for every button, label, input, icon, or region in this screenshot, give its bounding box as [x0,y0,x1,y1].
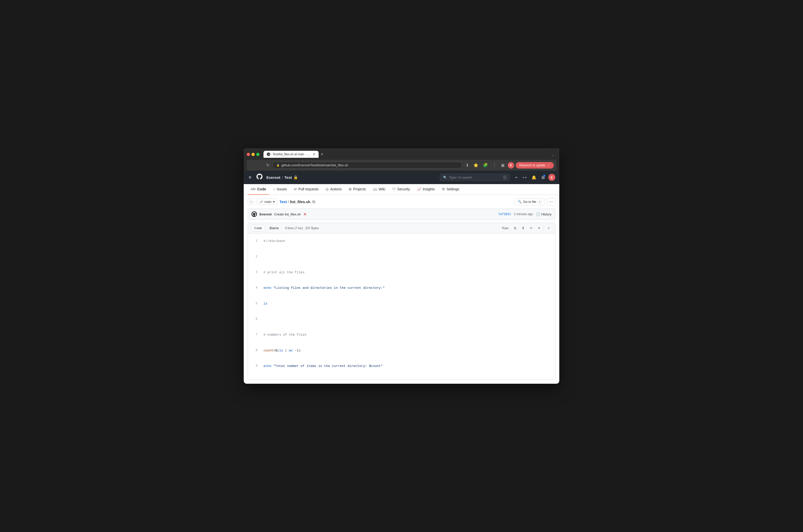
code-line-4: 4 echo "Listing files and directories in… [248,286,555,291]
insights-nav-icon: 📈 [417,187,421,191]
copy-code-button[interactable]: ⧉ [512,225,518,231]
github-header: ≡ Everoot / Test 🔒 🔍 Type / to search / … [244,171,559,184]
back-button[interactable]: ← [249,162,255,168]
bookmark-button[interactable]: ⭐ [472,162,480,168]
github-search[interactable]: 🔍 Type / to search / [440,174,510,181]
create-new-button[interactable]: + ▾ [521,175,528,180]
expand-button[interactable]: ⤢ [545,225,552,231]
more-options-button[interactable]: ⋯ [547,198,555,206]
line-code-7: # numbers of the files [261,332,555,338]
notification-dot [543,175,545,176]
commit-author-name[interactable]: Everoot [260,212,271,216]
issues-nav-icon: ○ [273,187,275,191]
file-path-repo[interactable]: Test [280,200,287,204]
extensions-button[interactable]: 🧩 [481,162,490,168]
nav-wiki[interactable]: 📖 Wiki [370,184,388,195]
new-tab-button[interactable]: + [319,152,326,157]
branch-selector[interactable]: ⎇ main ▾ [256,198,277,205]
history-button[interactable]: 🕐 History [536,212,552,216]
forward-button[interactable]: → [257,162,263,168]
browser-chrome: gh Test/list_files.sh at main · Eve… ✕ +… [244,148,559,171]
nav-settings[interactable]: ⚙ Settings [439,184,462,195]
relaunch-button[interactable]: Relaunch to update ⋮ [516,162,554,169]
pr-nav-icon: ⇄ [294,187,297,191]
file-path-sep: / [288,200,289,204]
inbox-button[interactable]: ⊞ [540,174,546,181]
close-traffic-light[interactable] [247,153,250,156]
file-info: 9 lines (7 loc) · 207 Bytes [285,226,319,230]
raw-button[interactable]: Raw [500,225,511,231]
user-avatar[interactable]: E [548,174,555,181]
file-header: □ ⎇ main ▾ Test / list_files.sh ⧉ 🔍 Go t… [244,195,559,209]
nav-code[interactable]: </> Code [248,184,269,195]
line-code-8: count=$(ls | wc -l) [261,348,555,354]
tab-dropdown-button[interactable]: ⌄ [550,153,556,157]
tab-close-button[interactable]: ✕ [312,153,316,156]
commit-close-button[interactable]: ✕ [303,212,307,217]
lock-badge: 🔒 [293,175,298,179]
code-line-9: 9 echo "Total number of items in the cur… [248,364,555,369]
github-page: ≡ Everoot / Test 🔒 🔍 Type / to search / … [244,171,559,379]
code-line-8: 8 count=$(ls | wc -l) [248,348,555,354]
edit-dropdown-button[interactable]: ▾ [536,225,542,231]
minimize-traffic-light[interactable] [251,153,255,156]
search-icon: 🔍 [443,175,447,179]
nav-pull-requests[interactable]: ⇄ Pull requests [291,184,322,195]
line-number-7[interactable]: 7 [248,332,261,337]
refresh-button[interactable]: ↻ [265,162,270,168]
line-number-9[interactable]: 9 [248,364,261,368]
tab-title: Test/list_files.sh at main · Eve… [272,153,310,156]
nav-issues[interactable]: ○ Issues [270,184,290,195]
line-number-4[interactable]: 4 [248,286,261,290]
copy-path-button[interactable]: ⧉ [312,200,315,204]
nav-security[interactable]: 🛡 Security [389,184,413,195]
download-button[interactable]: ⬇ [520,225,527,231]
blame-tab-button[interactable]: Blame [266,225,282,231]
browser-menu-button[interactable]: ⋮ [491,162,498,168]
line-number-5[interactable]: 5 [248,301,261,306]
line-code-1: #!/bin/bash [261,239,555,244]
code-tab-button[interactable]: Code [251,225,265,231]
address-bar[interactable]: 🔒 github.com/Everoot/Test/blob/main/list… [272,162,462,169]
code-line-2: 2 [248,254,555,260]
line-code-4: echo "Listing files and directories in t… [261,286,555,291]
branch-icon: ⎇ [259,200,263,204]
lock-icon: 🔒 [276,164,280,167]
profile-button[interactable]: E [508,162,514,169]
search-placeholder-text: Type / to search [449,175,472,179]
history-label: History [541,212,552,216]
nav-projects[interactable]: ⊞ Projects [346,184,369,195]
line-number-1[interactable]: 1 [248,239,261,244]
commit-bar: Everoot Create list_files.sh ✕ 7ef3031 2… [248,209,555,220]
action-divider [543,226,544,231]
terminal-button[interactable]: ⌨ [514,175,519,180]
maximize-traffic-light[interactable] [256,153,260,156]
github-logo[interactable] [256,174,263,181]
commit-message: Create list_files.sh [274,212,301,216]
code-line-1: 1 #!/bin/bash [248,239,555,244]
line-number-6[interactable]: 6 [248,317,261,322]
repo-link[interactable]: Test [285,175,292,179]
download-page-button[interactable]: ⬇ [464,162,471,168]
line-number-2[interactable]: 2 [248,254,261,259]
line-number-3[interactable]: 3 [248,270,261,275]
browser-titlebar: gh Test/list_files.sh at main · Eve… ✕ +… [247,151,556,158]
notifications-button[interactable]: 🔔 [530,174,538,181]
go-to-file-button[interactable]: 🔍 Go to file t [514,198,545,205]
sidebar-toggle-button[interactable]: □ [248,198,254,205]
url-text: github.com/Everoot/Test/blob/main/list_f… [281,163,348,167]
code-container: Code Blame 9 lines (7 loc) · 207 Bytes R… [248,223,555,379]
security-nav-icon: 🛡 [392,187,396,191]
relaunch-label: Relaunch to update [519,164,545,167]
hamburger-menu-button[interactable]: ≡ [248,174,252,181]
sidebar-toggle-browser[interactable]: ▣ [499,162,506,168]
nav-insights[interactable]: 📈 Insights [414,184,438,195]
tab-bar: gh Test/list_files.sh at main · Eve… ✕ +… [264,151,556,158]
line-code-3: # print all the files [261,270,555,275]
nav-actions[interactable]: ◎ Actions [323,184,345,195]
commit-hash[interactable]: 7ef3031 [498,212,511,216]
active-tab[interactable]: gh Test/list_files.sh at main · Eve… ✕ [264,151,319,158]
edit-button[interactable]: ✏ [528,225,535,231]
line-number-8[interactable]: 8 [248,348,261,353]
owner-link[interactable]: Everoot [267,175,281,179]
